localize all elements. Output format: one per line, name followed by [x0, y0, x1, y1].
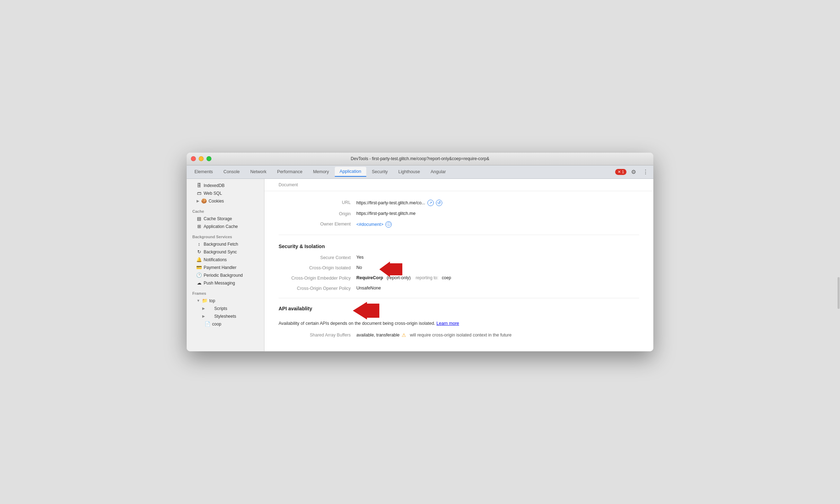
- url-value: https://first-party-test.glitch.me/co...…: [356, 200, 442, 206]
- coep-mode: (report-only): [387, 275, 411, 280]
- cookie-icon: 🍪: [202, 199, 206, 204]
- api-description: Availability of certain APIs depends on …: [279, 320, 639, 327]
- origin-text: https://first-party-test.glitch.me: [356, 211, 415, 216]
- tab-security[interactable]: Security: [367, 167, 393, 176]
- more-options-button[interactable]: ⋮: [641, 167, 651, 177]
- owner-link[interactable]: <#document>: [356, 222, 383, 227]
- sidebar-item-app-cache[interactable]: ⊞ Application Cache: [187, 223, 264, 230]
- learn-more-text: Learn more: [437, 321, 459, 326]
- shared-buffers-value: available, transferable ⚠ will require c…: [356, 332, 512, 338]
- sidebar-item-label: Payment Handler: [204, 265, 237, 270]
- cross-origin-isolated-label: Cross-Origin Isolated: [279, 265, 356, 270]
- error-badge[interactable]: ✕ 1: [615, 169, 626, 175]
- sidebar-item-payment[interactable]: 💳 Payment Handler: [187, 264, 264, 271]
- secure-context-row: Secure Context Yes: [279, 255, 639, 260]
- expand-icon: ▶: [202, 306, 205, 310]
- sidebar-item-label: IndexedDB: [204, 183, 224, 188]
- cross-origin-isolated-value: No: [356, 265, 362, 270]
- coep-row: Cross-Origin Embedder Policy RequireCorp…: [279, 275, 639, 281]
- doc-header-label: Document: [279, 182, 298, 187]
- folder-icon: 📁: [202, 298, 207, 303]
- tab-angular[interactable]: Angular: [426, 167, 451, 176]
- sidebar-item-label: Cookies: [209, 199, 224, 204]
- sidebar-item-label: Background Sync: [204, 250, 237, 254]
- tab-security-label: Security: [372, 169, 388, 174]
- shared-buffers-text: available, transferable: [356, 333, 399, 338]
- card-icon: 💳: [197, 265, 202, 270]
- tab-elements[interactable]: Elements: [189, 167, 218, 176]
- info-icon[interactable]: ⓘ: [385, 221, 392, 228]
- tab-application[interactable]: Application: [335, 167, 366, 177]
- titlebar: DevTools - first-party-test.glitch.me/co…: [187, 153, 653, 165]
- divider-2: [279, 298, 639, 298]
- sidebar-item-scripts[interactable]: ▶ Scripts: [187, 305, 264, 312]
- content-area: Document URL https://first-party-test.gl…: [264, 179, 653, 352]
- sidebar-item-notifications[interactable]: 🔔 Notifications: [187, 256, 264, 264]
- sidebar-item-top[interactable]: ▼ 📁 top: [187, 297, 264, 305]
- url-text: https://first-party-test.glitch.me/co...: [356, 200, 425, 205]
- coep-value-text: RequireCorp: [356, 275, 383, 280]
- sidebar-item-label: Periodic Background: [204, 273, 243, 278]
- main-area: 🗄 IndexedDB 🗃 Web SQL ▶ 🍪 Cookies Cache …: [187, 179, 653, 352]
- sidebar-item-coop[interactable]: 📄 coop: [187, 320, 264, 328]
- tabbar: Elements Console Network Performance Mem…: [187, 165, 653, 179]
- database-icon: 🗄: [197, 183, 202, 188]
- bell-icon: 🔔: [197, 257, 202, 262]
- cloud-icon: ☁: [197, 281, 202, 286]
- sidebar: 🗄 IndexedDB 🗃 Web SQL ▶ 🍪 Cookies Cache …: [187, 179, 264, 352]
- sidebar-item-label: Stylesheets: [214, 314, 236, 319]
- tab-application-label: Application: [340, 169, 361, 174]
- fetch-icon: ↕: [197, 242, 202, 247]
- shared-buffers-row: Shared Array Buffers available, transfer…: [279, 332, 639, 338]
- tab-actions: ✕ 1 ⚙ ⋮: [615, 167, 651, 177]
- sidebar-item-bg-fetch[interactable]: ↕ Background Fetch: [187, 240, 264, 248]
- tab-lighthouse[interactable]: Lighthouse: [393, 167, 425, 176]
- cache-section-label: Cache: [187, 205, 264, 215]
- owner-text: <#document>: [356, 222, 383, 227]
- frames-section-label: Frames: [187, 287, 264, 297]
- sync-icon: ↻: [197, 250, 202, 254]
- tab-memory-label: Memory: [313, 169, 329, 174]
- secure-context-label: Secure Context: [279, 255, 356, 260]
- owner-value: <#document> ⓘ: [356, 221, 392, 228]
- sidebar-item-periodic-bg[interactable]: 🕐 Periodic Background: [187, 271, 264, 279]
- owner-row: Owner Element <#document> ⓘ: [279, 221, 639, 228]
- sidebar-item-push-messaging[interactable]: ☁ Push Messaging: [187, 279, 264, 287]
- database-icon: 🗃: [197, 191, 202, 196]
- origin-row: Origin https://first-party-test.glitch.m…: [279, 211, 639, 216]
- maximize-button[interactable]: [206, 156, 211, 161]
- tab-console[interactable]: Console: [218, 167, 245, 176]
- sidebar-item-cookies[interactable]: ▶ 🍪 Cookies: [187, 197, 264, 205]
- expand-icon: ▼: [197, 299, 200, 303]
- sidebar-item-indexeddb[interactable]: 🗄 IndexedDB: [187, 182, 264, 189]
- minimize-button[interactable]: [199, 156, 204, 161]
- dots-icon: ⋮: [643, 169, 648, 175]
- learn-more-link[interactable]: Learn more: [437, 321, 459, 326]
- sidebar-item-stylesheets[interactable]: ▶ Stylesheets: [187, 312, 264, 320]
- shared-buffers-label: Shared Array Buffers: [279, 332, 356, 338]
- traffic-lights: [191, 156, 211, 161]
- sidebar-item-cache-storage[interactable]: ▤ Cache Storage: [187, 215, 264, 223]
- shared-buffers-note: will require cross-origin isolated conte…: [410, 333, 512, 338]
- sidebar-item-label: Application Cache: [204, 224, 238, 229]
- api-section-header-area: API availablity: [279, 305, 312, 312]
- api-section-title: API availablity: [279, 306, 312, 311]
- sidebar-item-label: Background Fetch: [204, 242, 238, 247]
- sidebar-item-label: Cache Storage: [204, 216, 232, 221]
- url-row: URL https://first-party-test.glitch.me/c…: [279, 200, 639, 206]
- close-button[interactable]: [191, 156, 196, 161]
- settings-button[interactable]: ⚙: [629, 167, 638, 177]
- sidebar-item-bg-sync[interactable]: ↻ Background Sync: [187, 248, 264, 256]
- refresh-icon[interactable]: ↺: [436, 200, 442, 206]
- tab-performance[interactable]: Performance: [272, 167, 308, 176]
- tab-memory[interactable]: Memory: [308, 167, 334, 176]
- gear-icon: ⚙: [631, 169, 636, 175]
- devtools-window: DevTools - first-party-test.glitch.me/co…: [187, 153, 653, 352]
- sidebar-item-websql[interactable]: 🗃 Web SQL: [187, 189, 264, 197]
- coep-label: Cross-Origin Embedder Policy: [279, 275, 356, 281]
- link-icon[interactable]: ↗: [427, 200, 434, 206]
- tab-network-label: Network: [250, 169, 267, 174]
- tab-network[interactable]: Network: [245, 167, 272, 176]
- reporting-text: reporting to:: [416, 275, 438, 280]
- file-icon: 📄: [205, 322, 210, 327]
